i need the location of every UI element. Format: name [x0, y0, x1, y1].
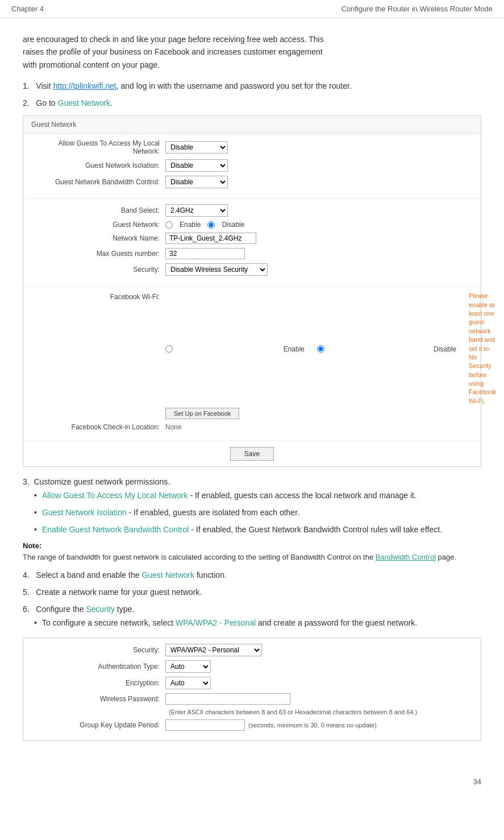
band-section: Band Select: 2.4GHz 5GHz Guest Network: …	[23, 198, 481, 286]
band-select-dropdown[interactable]: 2.4GHz 5GHz	[165, 204, 228, 217]
bandwidth-row: Guest Network Bandwidth Control: Disable…	[35, 176, 469, 188]
bullet-3: Enable Guest Network Bandwidth Control -…	[34, 524, 481, 536]
chapter-label: Chapter 4	[11, 5, 44, 13]
password-hint-row: (Enter ASCII characters between 8 and 63…	[35, 709, 469, 715]
group-key-hint: (seconds, minimum is 30, 0 means no upda…	[248, 722, 377, 729]
checkin-label: Facebook Check-in Location:	[35, 423, 160, 431]
facebook-wifi-row: Facebook Wi-Fi: Enable Disable Please en…	[35, 292, 469, 419]
bandwidth-control-link[interactable]: Bandwidth Control	[376, 553, 436, 561]
guest-network-disable-radio[interactable]	[207, 221, 215, 229]
checkin-row: Facebook Check-in Location: None	[35, 423, 469, 431]
step-2: 2. Go to Guest Network. Guest Network Al…	[23, 98, 481, 467]
facebook-radios: Enable Disable Please enable at least on…	[165, 292, 496, 405]
max-guests-label: Max Guests number:	[35, 250, 160, 258]
security-row: Security: Disable Wireless Security WPA/…	[35, 263, 469, 276]
max-guests-row: Max Guests number:	[35, 248, 469, 259]
guest-network-radios: Enable Disable	[165, 221, 244, 229]
guest-network-title: Guest Network	[23, 116, 481, 134]
setup-facebook-button[interactable]: Set Up on Facebook	[165, 408, 239, 419]
step6-bullet-1: To configure a secure network, select WP…	[34, 617, 481, 630]
isolation-select[interactable]: Disable Enable	[165, 159, 228, 172]
bandwidth-select[interactable]: Disable Enable	[165, 176, 228, 188]
note-box: Note: The range of bandwidth for guest n…	[23, 540, 481, 562]
allow-guest-row: Allow Guests To Access My Local Network:…	[35, 139, 469, 155]
encryption-row: Encryption: Auto TKIP AES	[35, 677, 469, 689]
chapter-title: Configure the Router in Wireless Router …	[341, 5, 493, 13]
permissions-list: Allow Guest To Access My Local Network -…	[23, 490, 481, 536]
facebook-enable-label: Enable	[180, 344, 305, 353]
network-box-footer: Save	[23, 441, 481, 466]
step6-bullets: To configure a secure network, select WP…	[23, 617, 481, 630]
encryption-select[interactable]: Auto TKIP AES	[165, 677, 211, 689]
intro-paragraph: are encouraged to check in and like your…	[23, 33, 481, 71]
auth-type-label: Authentication Type:	[35, 663, 160, 671]
max-guests-input[interactable]	[165, 248, 245, 259]
facebook-disable-label: Disable	[331, 344, 456, 353]
network-name-row: Network Name:	[35, 233, 469, 244]
step-3: 3. Customize guest network permissions. …	[23, 477, 481, 562]
guest-network-box: Guest Network Allow Guests To Access My …	[23, 115, 481, 467]
password-row: Wireless Password:	[35, 693, 469, 705]
password-hint: (Enter ASCII characters between 8 and 63…	[169, 709, 417, 715]
encryption-label: Encryption:	[35, 679, 160, 687]
bullet-2: Guest Network Isolation - If enabled, gu…	[34, 507, 481, 519]
step-5: 5. Create a network name for your guest …	[23, 587, 481, 597]
bandwidth-label: Guest Network Bandwidth Control:	[35, 178, 160, 186]
security-type-select[interactable]: WPA/WPA2 - Personal Disable Wireless Sec…	[165, 644, 262, 656]
security-label: Security:	[35, 266, 160, 274]
guest-network-enable-radio[interactable]	[165, 221, 173, 229]
network-name-label: Network Name:	[35, 234, 160, 242]
band-select-row: Band Select: 2.4GHz 5GHz	[35, 204, 469, 217]
bullet-1: Allow Guest To Access My Local Network -…	[34, 490, 481, 502]
security-section: Security: WPA/WPA2 - Personal Disable Wi…	[23, 638, 481, 740]
page-number: 34	[0, 772, 504, 792]
checkin-value: None	[165, 423, 182, 431]
allow-guest-label: Allow Guests To Access My Local Network:	[35, 139, 160, 155]
guest-network-radio-label: Guest Network:	[35, 221, 160, 229]
tplink-link[interactable]: http://tplinkwifi.net	[53, 81, 116, 90]
guest-network-radio-row: Guest Network: Enable Disable	[35, 221, 469, 229]
allow-guest-select[interactable]: Disable Enable	[165, 141, 228, 154]
step-1: 1. Visit http://tplinkwifi.net, and log …	[23, 81, 481, 90]
enable-radio-label: Enable	[180, 221, 201, 229]
group-key-label: Group Key Update Period:	[35, 721, 160, 729]
isolation-label: Guest Network Isolation:	[35, 162, 160, 169]
save-button[interactable]: Save	[230, 447, 274, 461]
disable-radio-label: Disable	[222, 221, 244, 229]
facebook-disable-radio[interactable]	[317, 345, 324, 353]
group-key-row: Group Key Update Period: (seconds, minim…	[35, 719, 469, 731]
facebook-wifi-label: Facebook Wi-Fi:	[35, 292, 160, 301]
facebook-section: Facebook Wi-Fi: Enable Disable Please en…	[23, 286, 481, 441]
group-key-input[interactable]	[165, 719, 245, 731]
band-select-label: Band Select:	[35, 206, 160, 214]
facebook-wifi-controls: Enable Disable Please enable at least on…	[165, 292, 496, 419]
security-box: Security: WPA/WPA2 - Personal Disable Wi…	[23, 638, 481, 741]
security-type-row: Security: WPA/WPA2 - Personal Disable Wi…	[35, 644, 469, 656]
security-type-label: Security:	[35, 646, 160, 654]
auth-type-row: Authentication Type: Auto WPA WPA2	[35, 660, 469, 673]
step-6: 6. Configure the Security type. To confi…	[23, 605, 481, 741]
security-select[interactable]: Disable Wireless Security WPA/WPA2 - Per…	[165, 263, 268, 276]
network-permissions-section: Allow Guests To Access My Local Network:…	[23, 134, 481, 198]
password-label: Wireless Password:	[35, 695, 160, 703]
step-4: 4. Select a band and enable the Guest Ne…	[23, 570, 481, 580]
auth-type-select[interactable]: Auto WPA WPA2	[165, 660, 211, 673]
password-input[interactable]	[165, 693, 290, 705]
network-name-input[interactable]	[165, 233, 256, 244]
facebook-note: Please enable at least one guest network…	[469, 292, 496, 405]
facebook-enable-radio[interactable]	[165, 345, 173, 353]
isolation-row: Guest Network Isolation: Disable Enable	[35, 159, 469, 172]
